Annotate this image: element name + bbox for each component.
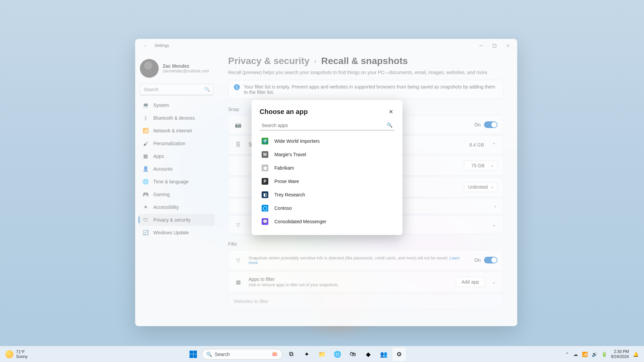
clock[interactable]: 2:30 PM 9/24/2024 <box>611 349 629 359</box>
app-option-margie-s-travel[interactable]: MMargie's Travel <box>260 148 394 161</box>
app-option-contoso[interactable]: ◯Contoso <box>260 201 394 215</box>
app-name: Wide World Importers <box>274 138 320 144</box>
start-button[interactable] <box>186 348 200 361</box>
wifi-icon[interactable]: 📶 <box>582 352 588 357</box>
app-name: Contoso <box>274 205 292 211</box>
teams-button[interactable]: 👥 <box>377 348 390 361</box>
app-icon: M <box>262 151 268 158</box>
taskbar-search[interactable]: 🔍 Search 🪷 <box>202 349 282 360</box>
file-explorer-button[interactable]: 📁 <box>315 348 329 361</box>
sun-icon <box>5 350 13 358</box>
app-icon: P <box>262 178 268 185</box>
app-icon: 💬 <box>262 218 268 225</box>
search-icon: 🔍 <box>387 122 392 128</box>
taskbar-weather[interactable]: 71°F Sunny <box>5 350 28 359</box>
app-option-trey-research[interactable]: ◧Trey Research <box>260 188 394 201</box>
app-icon: ◧ <box>262 191 268 198</box>
app-option-wide-world-importers[interactable]: 🌍Wide World Importers <box>260 134 394 148</box>
tray-chevron-icon[interactable]: ⌃ <box>565 352 569 357</box>
app-list[interactable]: 🌍Wide World ImportersMMargie's Travel▦Fa… <box>260 132 394 228</box>
app-option-consolidated-messenger[interactable]: 💬Consolidated Messenger <box>260 215 394 228</box>
app-icon: ▦ <box>262 165 268 171</box>
weather-temp: 71°F <box>16 350 28 354</box>
app-name: Fabrikam <box>274 165 294 171</box>
store-button[interactable]: 🛍 <box>346 348 360 361</box>
search-highlight-icon: 🪷 <box>271 351 278 357</box>
onedrive-icon[interactable]: ☁ <box>573 352 578 357</box>
taskbar-center: 🔍 Search 🪷 ⧉ ✦ 📁 🌐 🛍 ◆ 👥 ⚙ <box>186 348 406 361</box>
app-name: Consolidated Messenger <box>274 219 326 224</box>
app-option-fabrikam[interactable]: ▦Fabrikam <box>260 161 394 175</box>
edge-button[interactable]: 🌐 <box>331 348 344 361</box>
app-option-prose-ware[interactable]: PProse Ware <box>260 175 394 188</box>
task-view-button[interactable]: ⧉ <box>284 348 298 361</box>
choose-app-dialog: Choose an app ✕ 🔍 🌍Wide World ImportersM… <box>252 100 402 235</box>
taskbar: 71°F Sunny 🔍 Search 🪷 ⧉ ✦ 📁 🌐 🛍 ◆ 👥 ⚙ ⌃ … <box>0 346 644 362</box>
app-icon: 🌍 <box>262 138 268 144</box>
dialog-title: Choose an app <box>260 108 308 116</box>
app-icon: ◯ <box>262 205 268 212</box>
weather-condition: Sunny <box>16 354 28 359</box>
battery-icon[interactable]: 🔋 <box>601 352 607 357</box>
search-icon: 🔍 <box>206 352 212 357</box>
app-name: Trey Research <box>274 192 305 197</box>
notifications-icon[interactable]: 🔔 <box>633 352 639 357</box>
copilot-button[interactable]: ✦ <box>300 348 313 361</box>
app-name: Prose Ware <box>274 179 299 184</box>
volume-icon[interactable]: 🔊 <box>592 352 597 357</box>
app-button[interactable]: ◆ <box>362 348 375 361</box>
app-search-input[interactable] <box>260 120 394 130</box>
settings-taskbar-button[interactable]: ⚙ <box>392 348 406 361</box>
system-tray: ⌃ ☁ 📶 🔊 🔋 2:30 PM 9/24/2024 🔔 <box>565 349 639 359</box>
dialog-close-button[interactable]: ✕ <box>387 108 394 116</box>
app-name: Margie's Travel <box>274 152 306 157</box>
